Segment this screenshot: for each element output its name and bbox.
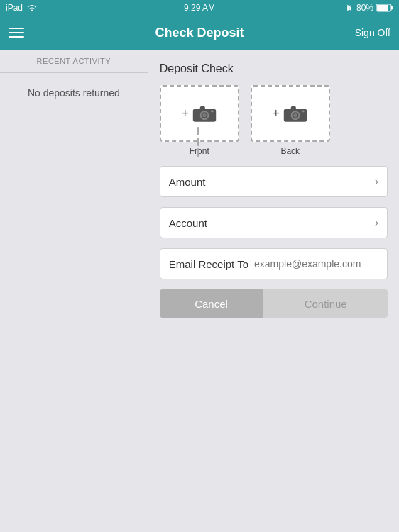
front-camera-icon <box>192 104 217 123</box>
svg-rect-14 <box>291 106 296 110</box>
battery-percent: 80% <box>356 3 373 13</box>
status-left: iPad <box>6 3 37 13</box>
svg-point-0 <box>31 10 33 12</box>
account-row[interactable]: Account › <box>160 207 388 238</box>
email-receipt-row: Email Receipt To <box>160 248 388 279</box>
right-panel: Deposit Check + Front <box>148 50 399 532</box>
svg-rect-9 <box>211 111 214 113</box>
account-label: Account <box>169 217 207 229</box>
bluetooth-icon <box>345 4 354 12</box>
back-plus-icon: + <box>272 106 280 121</box>
buttons-row: Cancel Continue <box>160 289 388 318</box>
amount-chevron-icon: › <box>375 175 378 188</box>
svg-point-13 <box>293 113 297 117</box>
status-bar: iPad 9:29 AM 80% <box>0 0 399 16</box>
amount-row[interactable]: Amount › <box>160 166 388 197</box>
email-receipt-input[interactable] <box>254 258 378 270</box>
front-plus-icon: + <box>181 106 189 121</box>
amount-label: Amount <box>169 176 206 188</box>
scroll-indicator <box>197 127 200 157</box>
account-chevron-icon: › <box>375 216 378 229</box>
back-camera-icon <box>283 104 308 123</box>
svg-rect-2 <box>391 6 393 10</box>
wifi-icon <box>27 4 37 11</box>
status-time: 9:29 AM <box>184 3 215 13</box>
deposit-check-title: Deposit Check <box>160 62 388 75</box>
photo-row: + Front + <box>160 85 388 156</box>
left-panel: RECENT ACTIVITY No deposits returned <box>0 50 148 532</box>
continue-button[interactable]: Continue <box>263 289 388 318</box>
svg-rect-8 <box>200 106 205 110</box>
email-receipt-label: Email Receipt To <box>169 258 248 270</box>
sign-off-button[interactable]: Sign Off <box>355 27 390 38</box>
main-content: RECENT ACTIVITY No deposits returned Dep… <box>0 50 399 532</box>
recent-activity-header: RECENT ACTIVITY <box>0 50 148 73</box>
device-label: iPad <box>6 3 23 13</box>
no-deposits-message: No deposits returned <box>0 73 148 532</box>
nav-title: Check Deposit <box>155 26 244 40</box>
back-photo-container: + Back <box>251 85 330 156</box>
svg-rect-3 <box>377 5 388 11</box>
battery-icon <box>376 4 393 12</box>
svg-point-7 <box>202 113 206 117</box>
svg-rect-15 <box>302 111 305 113</box>
back-photo-button[interactable]: + <box>251 85 330 142</box>
nav-bar: Check Deposit Sign Off <box>0 16 399 50</box>
back-label: Back <box>280 146 300 156</box>
hamburger-menu-icon[interactable] <box>9 28 24 38</box>
status-right: 80% <box>345 3 393 13</box>
cancel-button[interactable]: Cancel <box>160 289 263 318</box>
